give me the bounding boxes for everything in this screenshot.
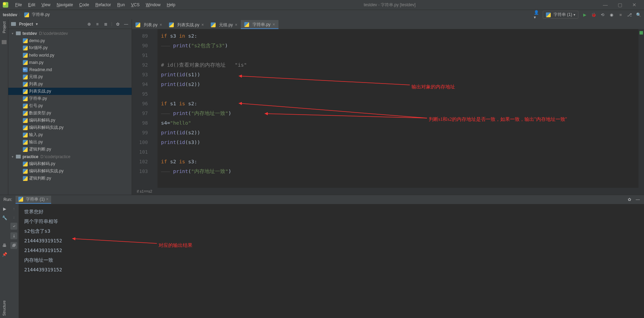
console-line: 内存地址一致 [24, 255, 638, 265]
stop-icon[interactable]: ■ [618, 12, 623, 18]
run-config-selector[interactable]: 字符串 (1) ▾ [543, 11, 578, 19]
close-icon[interactable]: × [46, 197, 48, 202]
debug-button-icon[interactable]: 🐞 [591, 12, 596, 18]
run-panel-label: Run: [3, 197, 12, 202]
editor-tab[interactable]: 列表实战.py× [165, 20, 207, 29]
menu-bar: FileEditViewNavigateCodeRefactorRunVCSWi… [12, 2, 178, 8]
git-icon[interactable]: ⎇ [627, 12, 632, 18]
structure-tool-button[interactable]: Structure [2, 300, 6, 316]
menu-navigate[interactable]: Navigate [54, 2, 76, 8]
expand-icon[interactable]: ≡ [95, 21, 100, 27]
search-icon[interactable]: 🔍 [636, 12, 641, 18]
menu-code[interactable]: Code [76, 2, 92, 8]
collapse-icon[interactable]: ≣ [103, 21, 108, 27]
console-line: 世界您好 [24, 207, 638, 216]
rerun-icon[interactable]: ▶ [2, 206, 7, 212]
editor-tab[interactable]: 元组.py× [207, 20, 241, 29]
close-icon[interactable]: × [160, 22, 162, 27]
tree-item[interactable]: 逻辑判断.py [8, 146, 132, 153]
tree-item[interactable]: M↓Readme.md [8, 66, 132, 73]
gear-icon[interactable]: ✿ [627, 197, 632, 202]
folder-icon [11, 22, 16, 26]
profile-icon[interactable]: ◉ [609, 12, 614, 18]
title-bar: FileEditViewNavigateCodeRefactorRunVCSWi… [0, 0, 644, 10]
close-icon[interactable]: × [201, 22, 204, 27]
tree-item[interactable]: 列表.py [8, 80, 132, 88]
console-line: 2144439319152 [24, 245, 638, 255]
tree-item[interactable]: demo.py [8, 37, 132, 44]
tree-item[interactable]: hello world.py [8, 51, 132, 59]
tree-item[interactable]: 编码和解码.py [8, 160, 132, 167]
project-sidebar: Project ▾ ⊕ ≡ ≣ | ✿ — ▾testdevD:\code\te… [8, 19, 132, 195]
maximize-button[interactable]: ▢ [616, 2, 624, 8]
hide-icon[interactable]: — [635, 197, 641, 202]
console-line: 两个字符串相等 [24, 216, 638, 226]
tree-item[interactable]: 输入.py [8, 131, 132, 138]
sidebar-title: Project [19, 22, 33, 27]
inspection-ok-icon [640, 31, 643, 35]
up-icon[interactable]: ↑ [11, 206, 17, 212]
tree-item[interactable]: ▾testdevD:\code\testdev [8, 30, 132, 37]
locate-icon[interactable]: ⊕ [86, 21, 92, 27]
editor-tab[interactable]: 列表.py× [132, 20, 165, 29]
menu-view[interactable]: View [39, 2, 53, 8]
project-tree[interactable]: ▾testdevD:\code\testdevdemo.pyfor循环.pyhe… [8, 29, 132, 195]
python-file-icon [546, 12, 551, 17]
breadcrumb[interactable]: testdev 〉 字符串.py [3, 12, 50, 18]
project-tool-button[interactable]: Project [2, 21, 6, 33]
line-gutter[interactable]: 8990919293949596979899100101102103 [132, 29, 153, 188]
code-editor[interactable]: if s3 in s2:——— print("s2包含了s3") # id()查… [158, 29, 638, 188]
close-button[interactable]: ✕ [630, 2, 638, 8]
tree-item[interactable]: 字符串.py [8, 95, 132, 102]
tree-item[interactable]: ▾practiceD:\code\practice [8, 153, 132, 160]
python-file-icon [24, 12, 29, 17]
tree-item[interactable]: 编码和解码实战.py [8, 167, 132, 175]
user-icon[interactable]: 👤▾ [534, 12, 539, 18]
menu-vcs[interactable]: VCS [128, 2, 142, 8]
console-line: s2包含了s3 [24, 226, 638, 236]
code-breadcrumb[interactable]: if s1==s2 [132, 188, 644, 195]
console-output[interactable]: 世界您好两个字符串相等s2包含了s32144439319152214443931… [19, 204, 644, 318]
editor-tab[interactable]: 字符串.py× [241, 20, 278, 29]
close-icon[interactable]: × [273, 22, 275, 27]
print-icon[interactable]: 🖶 [2, 243, 7, 248]
menu-file[interactable]: File [12, 2, 25, 8]
tree-item[interactable]: 数据类型.py [8, 109, 132, 117]
gear-icon[interactable]: ✿ [115, 21, 121, 27]
tree-item[interactable]: for循环.py [8, 44, 132, 51]
tree-item[interactable]: 列表实战.py [8, 88, 132, 95]
tree-item[interactable]: 编码和解码实战.py [8, 124, 132, 131]
run-config-name: 字符串 (1) [553, 12, 572, 18]
breadcrumb-file[interactable]: 字符串.py [32, 12, 50, 18]
close-icon[interactable]: × [235, 22, 237, 27]
wrench-icon[interactable]: 🔧 [2, 215, 7, 221]
run-button-icon[interactable]: ▶ [582, 12, 587, 18]
menu-help[interactable]: Help [164, 2, 178, 8]
tree-item[interactable]: 引号.py [8, 102, 132, 109]
breadcrumb-project[interactable]: testdev [3, 12, 17, 17]
coverage-icon[interactable]: ⟲ [600, 12, 605, 18]
tree-item[interactable]: 输出.py [8, 138, 132, 146]
scroll-to-end-icon[interactable]: ⤓ [10, 232, 17, 239]
clear-icon[interactable]: 🗊 [10, 242, 17, 249]
run-tab-label: 字符串 (1) [26, 196, 45, 202]
run-tab[interactable]: 字符串 (1) × [16, 196, 51, 204]
tree-item[interactable]: main.py [8, 59, 132, 66]
app-icon [3, 2, 8, 8]
tree-item[interactable]: 元组.py [8, 73, 132, 80]
tree-item[interactable]: 编码和解码.py [8, 117, 132, 124]
folder-icon[interactable] [2, 40, 7, 44]
menu-edit[interactable]: Edit [25, 2, 38, 8]
soft-wrap-icon[interactable]: ⤶ [10, 223, 17, 230]
menu-refactor[interactable]: Refactor [93, 2, 114, 8]
marker-strip [153, 29, 158, 188]
inspection-strip[interactable] [638, 29, 644, 188]
hide-icon[interactable]: — [123, 21, 129, 27]
minimize-button[interactable]: — [601, 2, 609, 8]
menu-run[interactable]: Run [114, 2, 127, 8]
down-icon[interactable]: ↓ [11, 214, 17, 220]
python-file-icon [18, 197, 23, 202]
console-line: 2144439319152 [24, 236, 638, 245]
menu-window[interactable]: Window [143, 2, 163, 8]
tree-item[interactable]: 逻辑判断.py [8, 175, 132, 182]
